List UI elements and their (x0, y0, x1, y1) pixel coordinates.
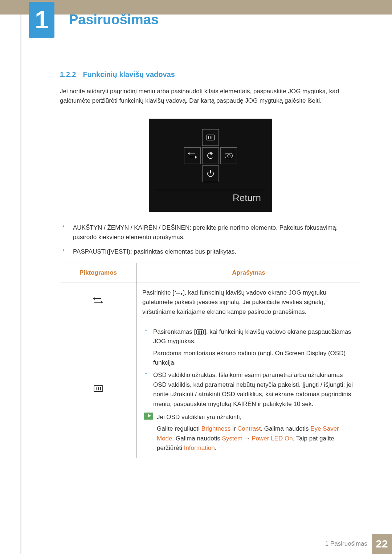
note-block: Jei OSD valdikliai yra užrakinti, Galite… (142, 413, 355, 453)
left-margin-line (20, 0, 21, 554)
list-item: OSD valdiklio užraktas: Išlaikomi esami … (142, 370, 355, 409)
note-icon (144, 413, 153, 420)
icon-description-table: Piktogramos Aprašymas Pasirinkite [], ka… (60, 263, 361, 459)
osd-quick-menu: + Return (149, 119, 272, 212)
intro-paragraph: Jei norite atidaryti pagrindinį meniu ar… (60, 87, 361, 106)
osd-divider (156, 190, 265, 190)
note-paragraph: Galite reguliuoti Brightness ir Contrast… (157, 424, 355, 453)
section-title: Funkcinių klavišų vadovas (83, 70, 175, 78)
dpad-down-power-icon[interactable] (202, 165, 219, 182)
footer-chapter-label: 1 Pasiruošimas (325, 539, 367, 549)
header-stripe (0, 0, 392, 15)
list-item: Pasirenkamas [], kai funkcinių klavišų v… (142, 327, 355, 368)
menu-description: Pasirenkamas [], kai funkcinių klavišų v… (136, 322, 361, 458)
dpad-right-eye-icon[interactable]: + (220, 147, 237, 164)
page-number: 22 (372, 534, 392, 554)
section-number: 1.2.2 (60, 70, 76, 78)
source-description: Pasirinkite [], kad funkcinių klavišų va… (136, 283, 361, 322)
chapter-number-badge: 1 (29, 2, 54, 38)
list-item: PASPAUSTI(ĮVESTI): pasirinktas elementas… (71, 247, 361, 257)
dpad-center-return-icon[interactable] (202, 147, 219, 164)
instruction-list: AUKŠTYN / ŽEMYN / KAIRĖN / DEŠINĖN: pere… (60, 223, 361, 257)
page-footer: 1 Pasiruošimas 22 (0, 534, 392, 554)
table-row: Pasirenkamas [], kai funkcinių klavišų v… (60, 322, 361, 458)
dpad: + (184, 129, 237, 182)
table-header-icons: Piktogramos (60, 263, 136, 283)
note-line: Jei OSD valdikliai yra užrakinti, (157, 413, 355, 422)
dpad-up-menu-icon[interactable] (202, 129, 219, 146)
table-row: Pasirinkite [], kad funkcinių klavišų va… (60, 283, 361, 322)
source-icon-inline (175, 290, 182, 295)
menu-icon (60, 322, 136, 458)
section-heading: 1.2.2 Funkcinių klavišų vadovas (60, 69, 361, 80)
list-item: AUKŠTYN / ŽEMYN / KAIRĖN / DEŠINĖN: pere… (71, 223, 361, 242)
chapter-title: Pasiruošimas (69, 9, 159, 30)
table-header-desc: Aprašymas (136, 263, 361, 283)
dpad-left-source-icon[interactable] (184, 147, 201, 164)
osd-return-label: Return (233, 190, 261, 205)
menu-icon-inline (196, 329, 204, 335)
source-icon (60, 283, 136, 322)
